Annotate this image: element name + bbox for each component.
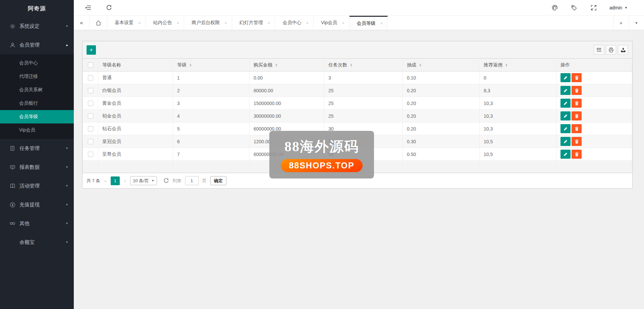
row-select-cell bbox=[83, 84, 98, 97]
goto-page-input[interactable] bbox=[185, 176, 199, 185]
tab-close-icon[interactable]: × bbox=[306, 20, 309, 25]
edit-button[interactable] bbox=[560, 150, 571, 159]
tab-close-icon[interactable]: × bbox=[177, 20, 179, 25]
tabs-scroll-right-button[interactable]: » bbox=[613, 16, 629, 30]
prev-page-button[interactable]: ‹ bbox=[104, 178, 107, 184]
fullscreen-icon[interactable] bbox=[590, 4, 597, 11]
next-page-button[interactable]: › bbox=[123, 178, 126, 184]
column-header-购买金额: 购买金额▲▼ bbox=[250, 59, 324, 71]
empty-cell bbox=[98, 161, 173, 173]
sort-icon[interactable]: ▲▼ bbox=[189, 63, 192, 67]
row-checkbox[interactable] bbox=[88, 113, 93, 119]
add-button[interactable]: + bbox=[87, 45, 96, 55]
tab-close-icon[interactable]: × bbox=[224, 20, 227, 25]
cell-level: 1 bbox=[173, 71, 250, 84]
delete-button[interactable] bbox=[572, 111, 582, 120]
edit-button[interactable] bbox=[560, 137, 571, 146]
cell-name: 钻石会员 bbox=[98, 122, 173, 135]
tab-基本设置[interactable]: 基本设置× bbox=[107, 16, 146, 30]
sidebar-item-member-relation-tree[interactable]: 会员关系树 bbox=[0, 83, 74, 97]
sort-icon[interactable]: ▲▼ bbox=[419, 63, 422, 67]
sidebar-item-member-level[interactable]: 会员等级 bbox=[0, 110, 74, 123]
cell-actions bbox=[556, 148, 632, 161]
sidebar-item-activity-management[interactable]: 活动管理▼ bbox=[0, 176, 74, 195]
home-tab[interactable] bbox=[89, 16, 107, 30]
page-number-button[interactable]: 1 bbox=[111, 176, 120, 185]
edit-button[interactable] bbox=[560, 99, 571, 108]
cell-commission: 0.20 bbox=[403, 122, 480, 135]
row-actions bbox=[560, 150, 632, 159]
sidebar-item-yuebao[interactable]: 余额宝▼ bbox=[0, 233, 74, 252]
export-icon bbox=[621, 47, 626, 53]
tabs-container: 基本设置×站内公告×商户后台权限×幻灯片管理×会员中心×Vip会员×会员等级× bbox=[107, 16, 388, 30]
cell-name: 皇冠会员 bbox=[98, 135, 173, 148]
delete-button[interactable] bbox=[572, 86, 582, 95]
cell-referral: 10,5 bbox=[480, 148, 556, 161]
select-all-checkbox[interactable] bbox=[88, 62, 93, 68]
refresh-icon[interactable] bbox=[105, 4, 113, 11]
topbar: admin ▼ bbox=[74, 0, 644, 16]
sidebar-item-member-center[interactable]: 会员中心 bbox=[0, 56, 74, 70]
tab-幻灯片管理[interactable]: 幻灯片管理× bbox=[232, 16, 275, 30]
tab-close-icon[interactable]: × bbox=[138, 20, 141, 25]
tab-站内公告[interactable]: 站内公告× bbox=[146, 16, 184, 30]
delete-button[interactable] bbox=[572, 99, 582, 108]
cell-commission: 0.30 bbox=[403, 135, 480, 148]
cell-actions bbox=[556, 84, 632, 97]
sidebar-item-report-data[interactable]: 报表数据▼ bbox=[0, 158, 74, 176]
sidebar-item-other[interactable]: 其他▼ bbox=[0, 214, 74, 233]
cell-commission: 0.50 bbox=[403, 148, 480, 161]
toggle-columns-button[interactable] bbox=[594, 45, 604, 55]
tab-close-icon[interactable]: × bbox=[342, 20, 344, 25]
row-checkbox[interactable] bbox=[88, 152, 93, 157]
sidebar-item-system-settings[interactable]: 系统设定▼ bbox=[0, 17, 74, 36]
edit-button[interactable] bbox=[560, 124, 571, 133]
edit-button[interactable] bbox=[560, 73, 571, 82]
sidebar-item-vip-member[interactable]: Vip会员 bbox=[0, 123, 74, 137]
sidebar-item-agent-migration[interactable]: 代理迁移 bbox=[0, 70, 74, 83]
user-menu[interactable]: admin ▼ bbox=[609, 5, 628, 10]
tab-close-icon[interactable]: × bbox=[380, 21, 383, 26]
pagination-refresh-button[interactable] bbox=[163, 178, 169, 184]
tag-icon[interactable] bbox=[571, 4, 578, 11]
goto-confirm-button[interactable]: 确定 bbox=[210, 176, 226, 185]
row-checkbox[interactable] bbox=[88, 88, 93, 93]
collapse-menu-icon[interactable] bbox=[85, 4, 92, 11]
edit-button[interactable] bbox=[560, 111, 571, 120]
cell-name: 白银会员 bbox=[98, 84, 173, 97]
cell-referral: 8,3 bbox=[480, 84, 556, 97]
sidebar-item-task-management[interactable]: 任务管理▼ bbox=[0, 139, 74, 158]
tabs-dropdown-button[interactable]: ▼ bbox=[629, 16, 644, 30]
sidebar-item-label: 会员管理 bbox=[19, 42, 65, 48]
delete-button[interactable] bbox=[572, 137, 582, 146]
edit-button[interactable] bbox=[560, 86, 571, 95]
row-checkbox[interactable] bbox=[88, 139, 93, 144]
page-size-select[interactable]: 10 条/页 ▼ bbox=[130, 176, 157, 185]
tab-close-icon[interactable]: × bbox=[268, 20, 270, 25]
row-checkbox[interactable] bbox=[88, 126, 93, 132]
sidebar-item-member-management[interactable]: 会员管理▲ bbox=[0, 36, 74, 54]
sort-icon[interactable]: ▲▼ bbox=[275, 63, 278, 67]
export-button[interactable] bbox=[618, 45, 628, 55]
tab-商户后台权限[interactable]: 商户后台权限× bbox=[184, 16, 232, 30]
sidebar-item-recharge-withdraw[interactable]: 充值提现▼ bbox=[0, 195, 74, 214]
delete-button[interactable] bbox=[572, 150, 582, 159]
tab-会员等级[interactable]: 会员等级× bbox=[350, 16, 388, 30]
empty-cell bbox=[173, 161, 250, 173]
tabs-scroll-left-button[interactable]: « bbox=[74, 16, 89, 30]
cell-amount: 80000.00 bbox=[250, 84, 324, 97]
sidebar-item-member-bank[interactable]: 会员银行 bbox=[0, 97, 74, 110]
tab-Vip会员[interactable]: Vip会员× bbox=[314, 16, 350, 30]
sort-icon[interactable]: ▲▼ bbox=[350, 63, 353, 67]
delete-button[interactable] bbox=[572, 73, 582, 82]
tab-会员中心[interactable]: 会员中心× bbox=[275, 16, 314, 30]
sort-icon[interactable]: ▲▼ bbox=[505, 63, 508, 67]
cell-referral: 0 bbox=[480, 71, 556, 84]
print-button[interactable] bbox=[606, 45, 616, 55]
delete-button[interactable] bbox=[572, 124, 582, 133]
theme-palette-icon[interactable] bbox=[551, 4, 558, 11]
cell-referral: 10,3 bbox=[480, 122, 556, 135]
row-checkbox[interactable] bbox=[88, 101, 93, 106]
column-header-推荐返佣: 推荐返佣▲▼ bbox=[480, 59, 556, 71]
row-checkbox[interactable] bbox=[88, 75, 93, 81]
